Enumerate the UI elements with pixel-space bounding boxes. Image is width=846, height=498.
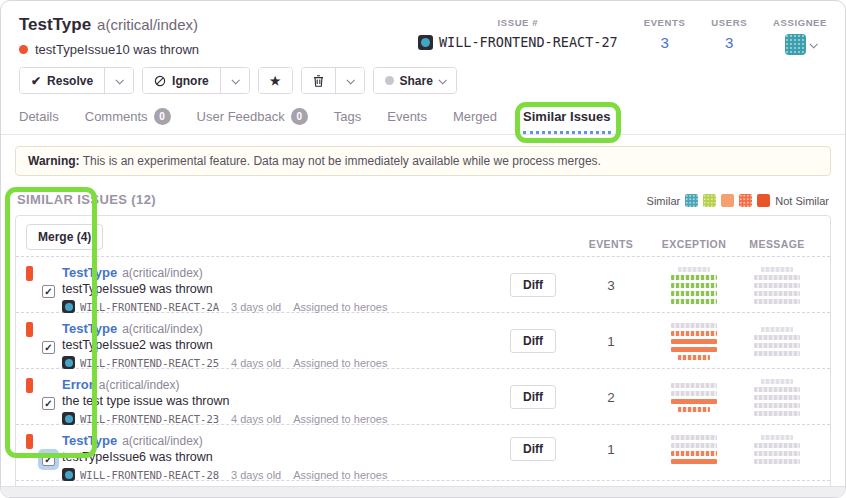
tab-merged[interactable]: Merged [453,108,497,134]
legend-not-similar-label: Not Similar [775,195,829,207]
issue-detail-page: TestTypea(critical/index) testTypeIssue1… [0,0,846,498]
star-icon: ★ [270,75,281,87]
row-issue-title-link[interactable]: TestType [62,321,117,336]
row-checkbox[interactable] [42,341,55,354]
ignore-button[interactable]: Ignore [143,68,220,93]
share-button[interactable]: Share [374,68,456,93]
share-icon [385,76,394,85]
project-platform-icon [418,35,433,50]
similarity-bar [671,391,717,396]
tab-label: Comments [85,109,148,124]
diff-button[interactable]: Diff [510,437,556,461]
similar-issue-row: TestTypea(critical/index) testTypeIssue9… [16,256,830,312]
row-events-count: 1 [572,334,650,349]
delete-button[interactable] [302,68,335,93]
similarity-bar [671,443,717,448]
tab-tags[interactable]: Tags [334,108,361,134]
chevron-down-icon [809,40,817,48]
similarity-swatch [721,194,734,207]
issue-message: testTypeIssue10 was thrown [35,42,199,57]
tab-label: Details [19,109,59,124]
page-footer-strip [1,486,845,497]
similarity-bar [754,451,800,456]
tab-similar-issues[interactable]: Similar Issues [523,108,610,134]
chevron-down-icon [116,76,124,84]
error-level-bar [26,434,33,449]
row-issue-title-link[interactable]: Error [62,377,94,392]
tab-label: Events [387,109,427,124]
similarity-swatch [703,194,716,207]
row-issue-title-link[interactable]: TestType [62,265,117,280]
row-events-count: 2 [572,390,650,405]
similarity-bar [761,379,793,384]
tab-comments[interactable]: Comments0 [85,108,171,134]
diff-button[interactable]: Diff [510,329,556,353]
assignee-avatar [785,34,806,55]
diff-button[interactable]: Diff [510,273,556,297]
assignee-selector[interactable] [773,34,827,55]
issue-title: TestTypea(critical/index) [19,15,199,35]
row-project-slug: WILL-FRONTEND-REACT-2A [62,300,219,313]
events-label: EVENTS [644,17,686,28]
similarity-bar [671,283,717,288]
row-age: 4 days old [231,357,281,369]
project-platform-icon [62,300,75,313]
similarity-bar [754,335,800,340]
resolve-dropdown-button[interactable] [104,68,133,93]
similarity-bar [671,347,717,352]
similarity-bar [671,383,717,388]
row-checkbox[interactable] [42,285,55,298]
row-age: 3 days old [231,301,281,313]
issue-number-label: ISSUE # [418,17,618,28]
similarity-bar [754,459,800,464]
row-checkbox[interactable] [42,453,55,466]
action-toolbar: ✔ Resolve Ignore ★ [1,57,845,94]
message-column-header: MESSAGE [738,238,816,250]
issue-tabs: DetailsComments0User Feedback0TagsEvents… [1,94,845,135]
tab-details[interactable]: Details [19,108,59,134]
tab-user-feedback[interactable]: User Feedback0 [197,108,308,134]
row-checkbox[interactable] [42,397,55,410]
row-issue-culprit: a(critical/index) [99,378,180,392]
similarity-bar [671,291,717,296]
row-assignee: Assigned to heroes [293,357,387,369]
tab-count-badge: 0 [154,108,171,125]
row-age: 3 days old [231,469,281,481]
row-project-slug: WILL-FRONTEND-REACT-25 [62,356,219,369]
chevron-down-icon [346,76,354,84]
similarity-bar [671,459,717,464]
row-issue-message: the test type issue was thrown [62,394,502,408]
experimental-warning-banner: Warning: This is an experimental feature… [15,146,831,176]
similarity-bar [754,283,800,288]
ignore-dropdown-button[interactable] [220,68,249,93]
row-assignee: Assigned to heroes [293,469,387,481]
row-issue-title-link[interactable]: TestType [62,433,117,448]
error-level-bar [26,378,33,393]
bookmark-button[interactable]: ★ [259,68,292,93]
issue-header: TestTypea(critical/index) testTypeIssue1… [1,1,845,57]
delete-dropdown-button[interactable] [335,68,364,93]
similarity-bar [678,267,710,272]
similarity-bar [754,343,800,348]
row-issue-culprit: a(critical/index) [122,434,203,448]
similarity-bar [671,331,717,336]
diff-button[interactable]: Diff [510,385,556,409]
resolve-button[interactable]: ✔ Resolve [20,68,104,93]
tab-events[interactable]: Events [387,108,427,134]
events-count[interactable]: 3 [644,34,686,51]
tab-count-badge: 0 [291,108,308,125]
similarity-bar [754,395,800,400]
similarity-bar [671,275,717,280]
row-events-count: 1 [572,442,650,457]
users-count[interactable]: 3 [711,34,747,51]
issue-rows: TestTypea(critical/index) testTypeIssue9… [16,256,830,480]
similarity-bar [754,299,800,304]
issue-stats: ISSUE # WILL-FRONTEND-REACT-27 EVENTS 3 … [418,15,827,57]
merge-button[interactable]: Merge (4) [26,224,103,250]
message-similarity [738,433,816,466]
similarity-bar [754,275,800,280]
users-label: USERS [711,17,747,28]
similarity-bar [761,435,793,440]
row-issue-message: testTypeIssue9 was thrown [62,282,502,296]
row-project-slug: WILL-FRONTEND-REACT-28 [62,468,219,481]
